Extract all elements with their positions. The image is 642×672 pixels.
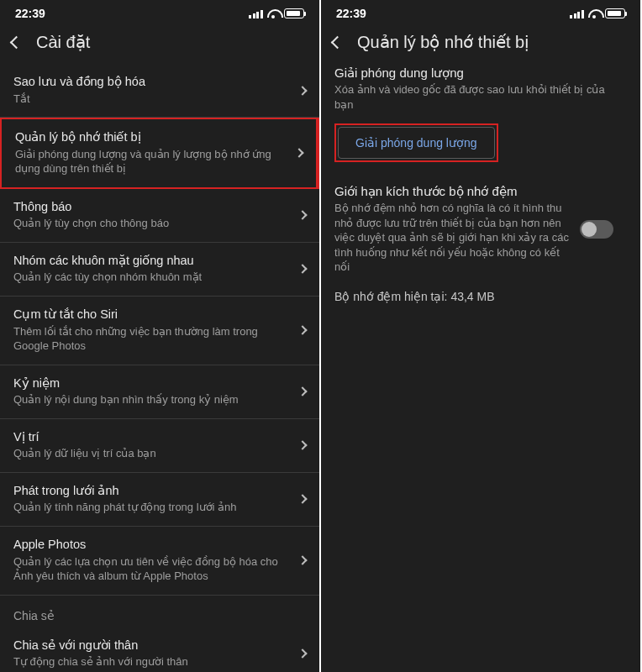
signal-icon (570, 9, 584, 18)
row-subtitle: Tự động chia sẻ ảnh với người thân (13, 654, 306, 669)
wifi-icon (588, 9, 601, 18)
row-title: Chia sẻ với người thân (13, 638, 306, 654)
free-up-title: Giải phóng dung lượng (334, 66, 627, 81)
section-header-share: Chia sẻ (0, 596, 319, 627)
status-bar: 22:39 (321, 0, 640, 24)
settings-row[interactable]: Cụm từ tắt cho SiriThêm lối tắt cho nhữn… (0, 297, 319, 365)
row-subtitle: Quản lý các lựa chọn ưu tiên về việc đồn… (13, 554, 306, 584)
row-title: Nhóm các khuôn mặt giống nhau (13, 253, 306, 270)
nav-bar: Quản lý bộ nhớ thiết bị (321, 24, 640, 64)
phone-right: 22:39 Quản lý bộ nhớ thiết bị Giải phóng… (321, 0, 640, 672)
battery-icon (605, 8, 625, 18)
page-title: Cài đặt (36, 32, 90, 52)
cache-limit-title: Giới hạn kích thước bộ nhớ đệm (334, 184, 580, 199)
free-up-button[interactable]: Giải phóng dung lượng (338, 127, 495, 159)
battery-icon (284, 8, 304, 18)
row-subtitle: Thêm lối tắt cho những việc bạn thường l… (13, 324, 306, 354)
row-subtitle: Giải phóng dung lượng và quản lý lượng b… (15, 147, 303, 176)
row-subtitle: Quản lý các tùy chọn nhóm khuôn mặt (13, 270, 306, 285)
back-icon[interactable] (331, 35, 345, 49)
row-title: Vị trí (13, 429, 306, 446)
cache-current: Bộ nhớ đệm hiện tại: 43,4 MB (334, 290, 627, 303)
row-subtitle: Quản lý tính năng phát tự động trong lướ… (13, 500, 306, 515)
settings-row[interactable]: Kỷ niệmQuản lý nội dung bạn nhìn thấy tr… (0, 365, 319, 419)
row-subtitle: Tắt (13, 92, 306, 107)
row-title: Thông báo (13, 199, 306, 216)
status-bar: 22:39 (0, 0, 319, 24)
row-title: Apple Photos (13, 537, 306, 554)
row-title: Cụm từ tắt cho Siri (13, 307, 306, 323)
row-subtitle: Quản lý tùy chọn cho thông báo (13, 216, 306, 231)
back-icon[interactable] (10, 35, 24, 49)
row-title: Kỷ niệm (13, 375, 306, 392)
highlight-box: Giải phóng dung lượng (334, 123, 498, 162)
row-title: Sao lưu và đồng bộ hóa (13, 74, 306, 91)
status-icons (570, 8, 625, 18)
wifi-icon (267, 9, 280, 18)
row-title: Quản lý bộ nhớ thiết bị (15, 129, 303, 146)
settings-row[interactable]: Thông báoQuản lý tùy chọn cho thông báo (0, 189, 319, 243)
status-icons (249, 8, 304, 18)
status-time: 22:39 (15, 7, 45, 20)
nav-bar: Cài đặt (0, 24, 319, 64)
row-title: Phát trong lưới ảnh (13, 483, 306, 500)
cache-limit-desc: Bộ nhớ đệm nhỏ hơn có nghĩa là có ít hìn… (334, 201, 580, 275)
free-up-desc: Xóa ảnh và video gốc đã được sao lưu khỏ… (334, 82, 627, 112)
settings-row[interactable]: Apple PhotosQuản lý các lựa chọn ưu tiên… (0, 527, 319, 596)
settings-row[interactable]: Chia sẻ với người thânTự động chia sẻ ản… (0, 627, 319, 672)
settings-row[interactable]: Phát trong lưới ảnhQuản lý tính năng phá… (0, 473, 319, 527)
settings-row[interactable]: Nhóm các khuôn mặt giống nhauQuản lý các… (0, 243, 319, 297)
settings-row[interactable]: Vị tríQuản lý dữ liệu vị trí của bạn (0, 419, 319, 473)
row-subtitle: Quản lý dữ liệu vị trí của bạn (13, 446, 306, 461)
storage-content: Giải phóng dung lượng Xóa ảnh và video g… (321, 64, 640, 303)
page-title: Quản lý bộ nhớ thiết bị (357, 32, 529, 52)
settings-row[interactable]: Quản lý bộ nhớ thiết bịGiải phóng dung l… (0, 118, 319, 189)
cache-limit-section: Giới hạn kích thước bộ nhớ đệm Bộ nhớ đệ… (334, 184, 627, 275)
settings-row[interactable]: Sao lưu và đồng bộ hóaTắt (0, 64, 319, 118)
row-subtitle: Quản lý nội dung bạn nhìn thấy trong kỷ … (13, 392, 306, 407)
settings-list: Sao lưu và đồng bộ hóaTắtQuản lý bộ nhớ … (0, 64, 319, 672)
cache-limit-toggle[interactable] (580, 220, 613, 239)
status-time: 22:39 (336, 7, 366, 20)
phone-left: 22:39 Cài đặt Sao lưu và đồng bộ hóaTắtQ… (0, 0, 319, 672)
signal-icon (249, 9, 263, 18)
